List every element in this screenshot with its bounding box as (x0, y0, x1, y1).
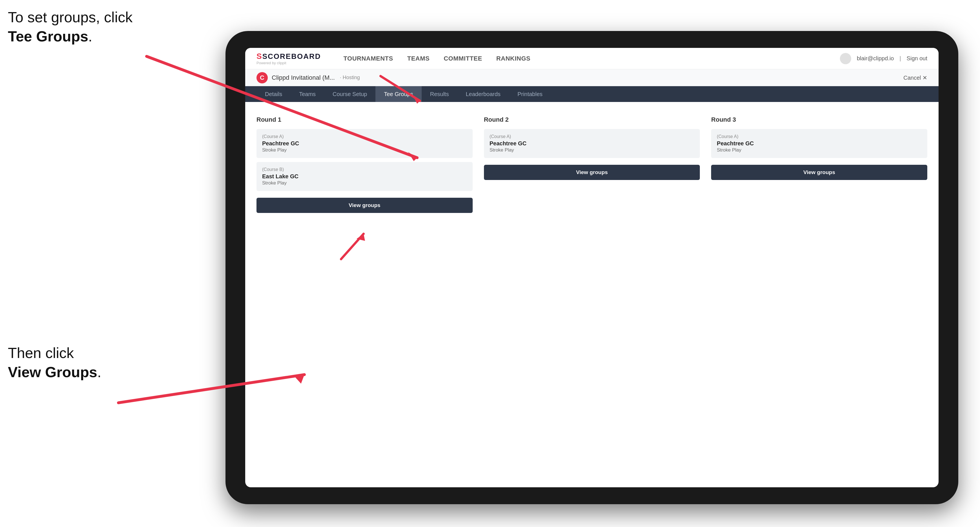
user-avatar (840, 53, 851, 64)
round-3-course-a-format: Stroke Play (717, 147, 922, 153)
instruction-top-bold: Tee Groups (8, 28, 88, 44)
tablet-frame: SSCOREBOARD Powered by clippit TOURNAMEN… (226, 31, 958, 504)
nav-links: TOURNAMENTS TEAMS COMMITTEE RANKINGS (343, 55, 530, 62)
logo-sub: Powered by clippit (256, 61, 321, 65)
logo-s-icon: S (256, 52, 262, 60)
logo-label: SCOREBOARD (262, 52, 321, 60)
sub-tabs: Details Teams Course Setup Tee Groups Re… (245, 86, 939, 102)
nav-teams[interactable]: TEAMS (407, 55, 430, 62)
tournament-hosting: · Hosting (340, 75, 360, 81)
instruction-bottom: Then click View Groups. (8, 344, 101, 382)
round-1-course-a-label: (Course A) (262, 134, 467, 139)
round-1-view-groups-button[interactable]: View groups (256, 198, 473, 213)
cancel-button[interactable]: Cancel ✕ (903, 75, 927, 81)
round-1-course-b-label: (Course B) (262, 167, 467, 172)
top-nav: SSCOREBOARD Powered by clippit TOURNAMEN… (245, 48, 939, 69)
round-2-course-a-name: Peachtree GC (490, 140, 695, 147)
logo-area: SSCOREBOARD Powered by clippit (256, 52, 321, 65)
round-3-course-a-label: (Course A) (717, 134, 922, 139)
instruction-bottom-line1: Then click (8, 345, 74, 361)
round-1-course-b-name: East Lake GC (262, 173, 467, 180)
instruction-bottom-bold: View Groups (8, 364, 97, 380)
tab-results[interactable]: Results (422, 86, 457, 102)
round-3-title: Round 3 (711, 116, 927, 123)
svg-line-2 (341, 234, 364, 259)
round-2-view-groups-button[interactable]: View groups (484, 165, 700, 180)
round-1-course-a-format: Stroke Play (262, 147, 467, 153)
svg-marker-3 (356, 234, 365, 241)
round-3-course-a-card: (Course A) Peachtree GC Stroke Play (711, 129, 927, 158)
tournament-title: Clippd Invitational (M... (272, 74, 335, 81)
tab-course-setup[interactable]: Course Setup (324, 86, 375, 102)
tournament-bar: C Clippd Invitational (M... · Hosting Ca… (245, 69, 939, 86)
tab-leaderboards[interactable]: Leaderboards (457, 86, 509, 102)
nav-right: blair@clippd.io | Sign out (840, 53, 927, 64)
nav-rankings[interactable]: RANKINGS (496, 55, 530, 62)
round-2-course-a-label: (Course A) (490, 134, 695, 139)
round-2-course-a-card: (Course A) Peachtree GC Stroke Play (484, 129, 700, 158)
round-1-title: Round 1 (256, 116, 473, 123)
round-1-course-b-format: Stroke Play (262, 180, 467, 186)
tournament-name: C Clippd Invitational (M... · Hosting (256, 72, 360, 83)
nav-committee[interactable]: COMMITTEE (444, 55, 482, 62)
tab-printables[interactable]: Printables (509, 86, 551, 102)
tab-details[interactable]: Details (256, 86, 291, 102)
nav-tournaments[interactable]: TOURNAMENTS (343, 55, 393, 62)
round-1-column: Round 1 (Course A) Peachtree GC Stroke P… (256, 116, 473, 213)
instruction-top: To set groups, click Tee Groups. (8, 8, 132, 46)
logo-text: SSCOREBOARD (256, 52, 321, 61)
round-2-title: Round 2 (484, 116, 700, 123)
tab-teams[interactable]: Teams (291, 86, 324, 102)
sign-out-link[interactable]: Sign out (907, 55, 927, 62)
tab-tee-groups[interactable]: Tee Groups (375, 86, 422, 102)
instruction-top-line1: To set groups, click (8, 9, 132, 25)
round-1-course-a-name: Peachtree GC (262, 140, 467, 147)
content-area: Round 1 (Course A) Peachtree GC Stroke P… (245, 102, 939, 227)
user-email: blair@clippd.io (857, 55, 894, 62)
round-3-column: Round 3 (Course A) Peachtree GC Stroke P… (711, 116, 927, 213)
round-3-view-groups-button[interactable]: View groups (711, 165, 927, 180)
round-1-course-a-card: (Course A) Peachtree GC Stroke Play (256, 129, 473, 158)
round-1-course-b-card: (Course B) East Lake GC Stroke Play (256, 162, 473, 191)
round-3-course-a-name: Peachtree GC (717, 140, 922, 147)
round-2-column: Round 2 (Course A) Peachtree GC Stroke P… (484, 116, 700, 213)
tablet-screen: SSCOREBOARD Powered by clippit TOURNAMEN… (245, 48, 939, 487)
tournament-logo: C (256, 72, 268, 83)
round-2-course-a-format: Stroke Play (490, 147, 695, 153)
